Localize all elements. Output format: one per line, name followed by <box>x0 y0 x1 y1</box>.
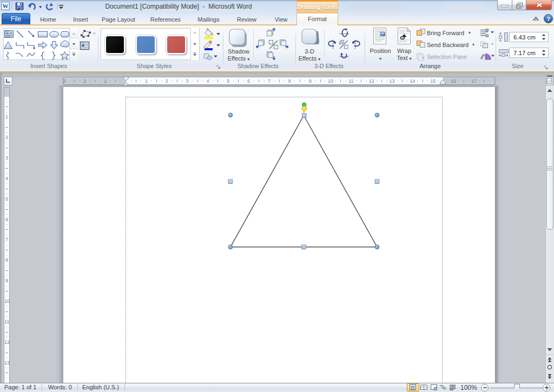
svg-text:W: W <box>3 3 9 9</box>
svg-text:?: ? <box>546 16 550 22</box>
svg-text:A: A <box>82 43 84 47</box>
svg-text:A: A <box>6 31 8 35</box>
